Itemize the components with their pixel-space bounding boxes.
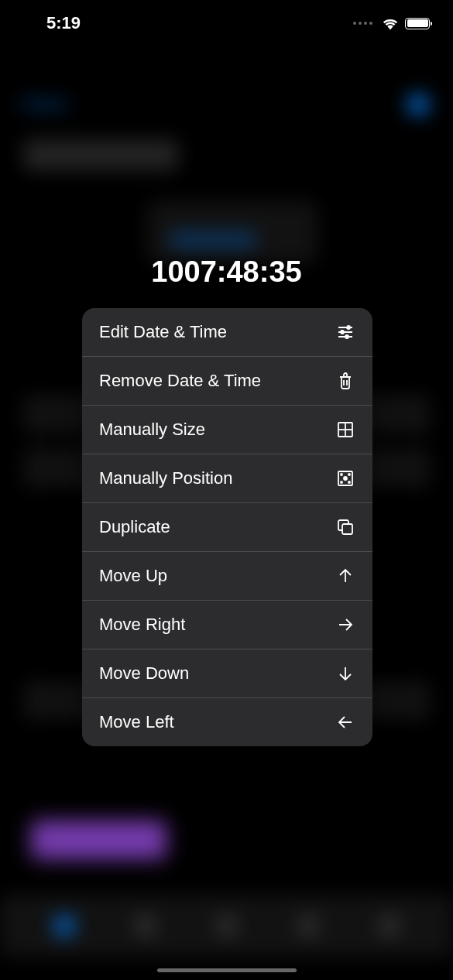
menu-label: Edit Date & Time <box>99 322 227 342</box>
duplicate-icon <box>335 517 355 537</box>
svg-point-5 <box>345 335 348 338</box>
menu-manually-position[interactable]: Manually Position <box>82 454 372 503</box>
menu-label: Remove Date & Time <box>99 371 261 391</box>
menu-remove-date-time[interactable]: Remove Date & Time <box>82 357 372 406</box>
menu-move-down[interactable]: Move Down <box>82 649 372 698</box>
svg-point-10 <box>344 477 347 480</box>
menu-label: Manually Size <box>99 420 205 440</box>
status-time: 5:19 <box>46 13 81 33</box>
menu-label: Manually Position <box>99 468 232 488</box>
svg-point-14 <box>348 481 350 483</box>
svg-point-12 <box>348 474 350 475</box>
menu-move-up[interactable]: Move Up <box>82 552 372 601</box>
wifi-icon <box>382 17 399 29</box>
battery-icon <box>405 18 430 29</box>
menu-move-right[interactable]: Move Right <box>82 601 372 649</box>
cellular-dots-icon <box>353 22 372 25</box>
menu-move-left[interactable]: Move Left <box>82 698 372 746</box>
trash-icon <box>335 371 355 391</box>
svg-point-1 <box>347 326 350 329</box>
svg-point-3 <box>341 331 344 334</box>
svg-point-13 <box>341 481 342 483</box>
svg-point-11 <box>341 474 342 475</box>
resize-icon <box>335 420 355 440</box>
status-indicators <box>353 17 430 29</box>
menu-label: Move Right <box>99 615 185 635</box>
menu-duplicate[interactable]: Duplicate <box>82 503 372 552</box>
menu-label: Move Up <box>99 566 167 586</box>
menu-label: Move Left <box>99 712 174 732</box>
arrow-left-icon <box>335 712 355 732</box>
position-icon <box>335 468 355 488</box>
menu-manually-size[interactable]: Manually Size <box>82 406 372 454</box>
status-bar: 5:19 <box>0 0 453 46</box>
timer-display: 1007:48:35 <box>0 255 453 289</box>
context-menu: Edit Date & Time Remove Date & Time Manu… <box>82 308 372 746</box>
svg-rect-15 <box>342 524 352 534</box>
sliders-icon <box>335 322 355 342</box>
home-indicator[interactable] <box>157 968 297 972</box>
menu-edit-date-time[interactable]: Edit Date & Time <box>82 308 372 357</box>
menu-label: Duplicate <box>99 517 170 537</box>
arrow-down-icon <box>335 663 355 684</box>
arrow-right-icon <box>335 615 355 635</box>
menu-label: Move Down <box>99 663 189 684</box>
arrow-up-icon <box>335 566 355 586</box>
